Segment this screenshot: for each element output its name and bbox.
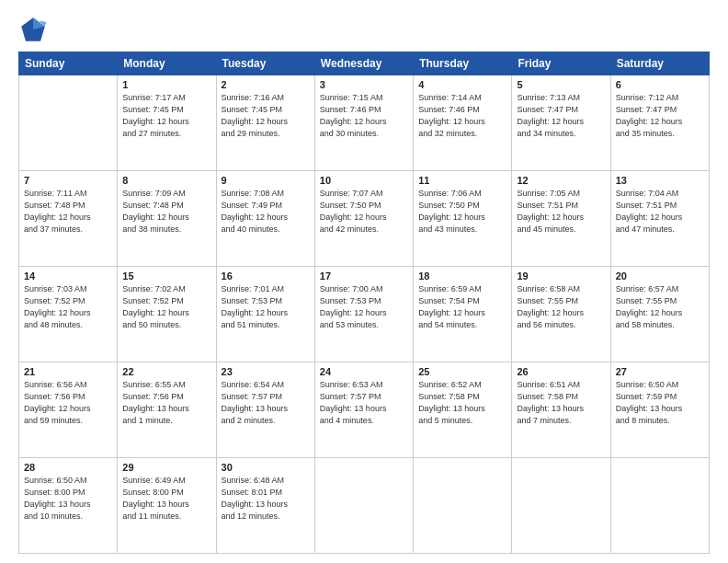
day-number: 18 — [418, 270, 506, 282]
day-number: 25 — [418, 366, 506, 377]
day-info: Sunrise: 7:07 AMSunset: 7:50 PMDaylight:… — [320, 188, 408, 236]
day-info: Sunrise: 7:03 AMSunset: 7:52 PMDaylight:… — [24, 283, 112, 331]
day-info: Sunrise: 7:04 AMSunset: 7:51 PMDaylight:… — [616, 188, 704, 236]
day-number: 12 — [517, 175, 605, 186]
day-cell: 7Sunrise: 7:11 AMSunset: 7:48 PMDaylight… — [19, 171, 118, 267]
day-number: 17 — [320, 270, 408, 282]
day-info: Sunrise: 7:15 AMSunset: 7:46 PMDaylight:… — [320, 92, 408, 140]
day-cell: 30Sunrise: 6:48 AMSunset: 8:01 PMDayligh… — [216, 458, 314, 554]
day-cell: 1Sunrise: 7:17 AMSunset: 7:45 PMDaylight… — [118, 75, 216, 171]
day-number: 3 — [320, 79, 408, 90]
day-number: 27 — [616, 366, 704, 377]
col-tuesday: Tuesday — [216, 52, 314, 75]
day-info: Sunrise: 6:53 AMSunset: 7:57 PMDaylight:… — [320, 379, 408, 427]
day-number: 10 — [320, 175, 408, 186]
day-info: Sunrise: 6:50 AMSunset: 7:59 PMDaylight:… — [616, 379, 704, 427]
day-cell: 5Sunrise: 7:13 AMSunset: 7:47 PMDaylight… — [512, 75, 610, 171]
day-info: Sunrise: 7:14 AMSunset: 7:46 PMDaylight:… — [418, 92, 506, 140]
day-info: Sunrise: 7:02 AMSunset: 7:52 PMDaylight:… — [122, 283, 210, 331]
day-cell: 26Sunrise: 6:51 AMSunset: 7:58 PMDayligh… — [512, 362, 610, 458]
day-info: Sunrise: 6:48 AMSunset: 8:01 PMDaylight:… — [222, 475, 310, 523]
week-row-5: 28Sunrise: 6:50 AMSunset: 8:00 PMDayligh… — [19, 458, 710, 554]
col-wednesday: Wednesday — [314, 52, 413, 75]
day-cell: 3Sunrise: 7:15 AMSunset: 7:46 PMDaylight… — [314, 75, 413, 171]
day-cell: 15Sunrise: 7:02 AMSunset: 7:52 PMDayligh… — [118, 267, 216, 362]
day-info: Sunrise: 6:59 AMSunset: 7:54 PMDaylight:… — [418, 283, 506, 331]
day-number: 8 — [122, 175, 210, 186]
day-cell: 23Sunrise: 6:54 AMSunset: 7:57 PMDayligh… — [216, 362, 314, 458]
day-number: 21 — [24, 366, 112, 377]
col-saturday: Saturday — [610, 52, 709, 75]
week-row-2: 7Sunrise: 7:11 AMSunset: 7:48 PMDaylight… — [19, 171, 710, 267]
day-cell — [19, 75, 118, 171]
day-number: 4 — [418, 79, 506, 90]
header — [18, 15, 710, 44]
day-cell — [512, 458, 610, 554]
day-info: Sunrise: 7:17 AMSunset: 7:45 PMDaylight:… — [122, 92, 210, 140]
header-row: Sunday Monday Tuesday Wednesday Thursday… — [19, 52, 710, 75]
day-cell — [314, 458, 413, 554]
day-cell: 12Sunrise: 7:05 AMSunset: 7:51 PMDayligh… — [512, 171, 610, 267]
day-number: 13 — [616, 175, 704, 186]
day-cell: 27Sunrise: 6:50 AMSunset: 7:59 PMDayligh… — [610, 362, 709, 458]
day-number: 7 — [24, 175, 112, 186]
day-info: Sunrise: 7:09 AMSunset: 7:48 PMDaylight:… — [122, 188, 210, 236]
day-number: 14 — [24, 270, 112, 282]
day-cell: 14Sunrise: 7:03 AMSunset: 7:52 PMDayligh… — [19, 267, 118, 362]
day-cell: 2Sunrise: 7:16 AMSunset: 7:45 PMDaylight… — [216, 75, 314, 171]
logo — [18, 15, 51, 44]
day-cell: 18Sunrise: 6:59 AMSunset: 7:54 PMDayligh… — [414, 267, 512, 362]
day-number: 19 — [517, 270, 605, 282]
day-info: Sunrise: 7:11 AMSunset: 7:48 PMDaylight:… — [24, 188, 112, 236]
day-info: Sunrise: 7:16 AMSunset: 7:45 PMDaylight:… — [222, 92, 310, 140]
day-info: Sunrise: 7:05 AMSunset: 7:51 PMDaylight:… — [517, 188, 605, 236]
day-cell: 6Sunrise: 7:12 AMSunset: 7:47 PMDaylight… — [610, 75, 709, 171]
day-info: Sunrise: 6:56 AMSunset: 7:56 PMDaylight:… — [24, 379, 112, 427]
day-number: 15 — [122, 270, 210, 282]
day-cell: 4Sunrise: 7:14 AMSunset: 7:46 PMDaylight… — [414, 75, 512, 171]
day-cell: 16Sunrise: 7:01 AMSunset: 7:53 PMDayligh… — [216, 267, 314, 362]
day-info: Sunrise: 6:55 AMSunset: 7:56 PMDaylight:… — [122, 379, 210, 427]
day-info: Sunrise: 7:08 AMSunset: 7:49 PMDaylight:… — [222, 188, 310, 236]
day-cell: 29Sunrise: 6:49 AMSunset: 8:00 PMDayligh… — [118, 458, 216, 554]
day-cell: 21Sunrise: 6:56 AMSunset: 7:56 PMDayligh… — [19, 362, 118, 458]
day-info: Sunrise: 6:50 AMSunset: 8:00 PMDaylight:… — [24, 475, 112, 523]
day-number: 23 — [222, 366, 310, 377]
col-thursday: Thursday — [414, 52, 512, 75]
day-number: 11 — [418, 175, 506, 186]
day-cell: 10Sunrise: 7:07 AMSunset: 7:50 PMDayligh… — [314, 171, 413, 267]
day-cell: 22Sunrise: 6:55 AMSunset: 7:56 PMDayligh… — [118, 362, 216, 458]
day-info: Sunrise: 7:12 AMSunset: 7:47 PMDaylight:… — [616, 92, 704, 140]
day-number: 1 — [122, 79, 210, 90]
col-monday: Monday — [118, 52, 216, 75]
day-cell — [414, 458, 512, 554]
day-info: Sunrise: 6:57 AMSunset: 7:55 PMDaylight:… — [616, 283, 704, 331]
day-number: 16 — [222, 270, 310, 282]
day-info: Sunrise: 6:52 AMSunset: 7:58 PMDaylight:… — [418, 379, 506, 427]
day-number: 26 — [517, 366, 605, 377]
day-number: 2 — [222, 79, 310, 90]
day-info: Sunrise: 6:51 AMSunset: 7:58 PMDaylight:… — [517, 379, 605, 427]
day-number: 28 — [24, 462, 112, 473]
day-cell: 28Sunrise: 6:50 AMSunset: 8:00 PMDayligh… — [19, 458, 118, 554]
day-cell — [610, 458, 709, 554]
day-cell: 17Sunrise: 7:00 AMSunset: 7:53 PMDayligh… — [314, 267, 413, 362]
day-info: Sunrise: 6:58 AMSunset: 7:55 PMDaylight:… — [517, 283, 605, 331]
day-cell: 20Sunrise: 6:57 AMSunset: 7:55 PMDayligh… — [610, 267, 709, 362]
day-info: Sunrise: 7:01 AMSunset: 7:53 PMDaylight:… — [222, 283, 310, 331]
day-info: Sunrise: 7:00 AMSunset: 7:53 PMDaylight:… — [320, 283, 408, 331]
day-info: Sunrise: 6:54 AMSunset: 7:57 PMDaylight:… — [222, 379, 310, 427]
day-info: Sunrise: 6:49 AMSunset: 8:00 PMDaylight:… — [122, 475, 210, 523]
col-sunday: Sunday — [19, 52, 118, 75]
logo-icon — [18, 15, 48, 44]
day-info: Sunrise: 7:06 AMSunset: 7:50 PMDaylight:… — [418, 188, 506, 236]
calendar-table: Sunday Monday Tuesday Wednesday Thursday… — [18, 52, 710, 554]
day-number: 5 — [517, 79, 605, 90]
day-number: 30 — [222, 462, 310, 473]
week-row-3: 14Sunrise: 7:03 AMSunset: 7:52 PMDayligh… — [19, 267, 710, 362]
day-number: 24 — [320, 366, 408, 377]
week-row-1: 1Sunrise: 7:17 AMSunset: 7:45 PMDaylight… — [19, 75, 710, 171]
day-cell: 24Sunrise: 6:53 AMSunset: 7:57 PMDayligh… — [314, 362, 413, 458]
day-number: 6 — [616, 79, 704, 90]
day-number: 22 — [122, 366, 210, 377]
